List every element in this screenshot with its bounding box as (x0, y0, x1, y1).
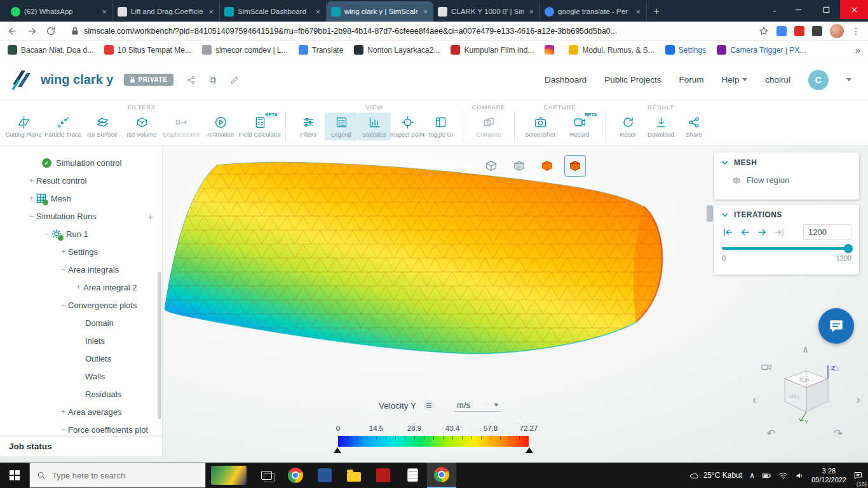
tree-item-result-control[interactable]: +Result control (0, 172, 162, 189)
tree-item-run-1[interactable]: −Run 1 (0, 225, 162, 243)
tab-wing-clark-y-active[interactable]: wing clark y | SimScale × (327, 1, 433, 22)
bookmark-star-icon[interactable] (759, 26, 769, 36)
tree-item-area-averages[interactable]: +Area averages (0, 403, 162, 421)
tab-clark-y[interactable]: CLARK Y 1000 0' | Sim × (433, 1, 540, 22)
search-input[interactable] (52, 471, 198, 480)
step-forward-icon[interactable] (756, 226, 768, 238)
edit-project-icon[interactable] (229, 75, 240, 85)
expander-icon[interactable]: − (58, 301, 68, 309)
browser-profile-avatar[interactable] (830, 24, 844, 38)
tree-item-force-coefficients-plot[interactable]: −Force coefficients plot (0, 421, 162, 436)
share-button[interactable]: Share (677, 112, 710, 140)
battery-icon[interactable] (762, 471, 771, 480)
skip-to-start-icon[interactable] (722, 226, 734, 238)
taskbar-chrome-button[interactable] (281, 463, 310, 488)
url-field[interactable]: simscale.com/workbench/?pid=841051409759… (65, 25, 750, 37)
tray-expand-icon[interactable]: ∧ (749, 471, 755, 480)
bookmark-item[interactable]: simecor comdev | L... (202, 45, 288, 55)
projection-toggle-icon[interactable] (761, 363, 771, 371)
tree-item-simulation-control[interactable]: ✓Simulation control (0, 154, 162, 172)
taskbar-app-button[interactable] (369, 463, 398, 488)
record-button[interactable]: BETARecord (560, 112, 599, 140)
iso-volume-button[interactable]: Iso Volume (122, 112, 161, 140)
task-view-button[interactable] (252, 463, 281, 488)
tree-item-residuals[interactable]: Residuals (0, 385, 162, 403)
user-avatar[interactable]: C (808, 70, 829, 90)
tree-item-mesh[interactable]: +Mesh (0, 189, 162, 207)
nav-username[interactable]: choirul (765, 75, 790, 85)
tree-item-area-integrals[interactable]: −Area integrals (0, 261, 162, 278)
tree-item-walls[interactable]: Walls (0, 367, 162, 385)
tab-simscale-dashboard[interactable]: SimScale Dashboard × (220, 1, 327, 22)
orbit-left-icon[interactable]: ‹ (752, 393, 757, 405)
taskbar-document-button[interactable] (398, 463, 427, 488)
bookmark-item[interactable]: Modul, Rumus, & S... (569, 45, 654, 55)
tab-lift-drag[interactable]: Lift and Drag Coefficie × (113, 1, 220, 22)
expander-icon[interactable]: + (58, 407, 68, 416)
action-center-icon[interactable] (853, 471, 863, 480)
expander-icon[interactable]: + (27, 194, 36, 203)
bookmark-item-instagram[interactable] (545, 45, 558, 55)
view-wireframe-button[interactable] (480, 155, 502, 177)
step-back-icon[interactable] (739, 226, 751, 238)
taskbar-clock[interactable]: 3:28 09/12/2022 (811, 466, 846, 485)
download-button[interactable]: Download (644, 112, 677, 140)
job-status-bar[interactable]: Job status (0, 436, 162, 456)
orbit-right-icon[interactable]: › (856, 393, 860, 405)
panel-resize-handle[interactable] (707, 205, 713, 222)
bookmark-item[interactable]: 10 Situs Tempat Me... (104, 45, 191, 55)
nav-help[interactable]: Help (721, 75, 747, 85)
window-close-button[interactable] (840, 0, 868, 19)
animation-button[interactable]: Animation (201, 112, 240, 140)
share-project-icon[interactable] (186, 75, 196, 85)
mesh-panel-header[interactable]: MESH (714, 152, 859, 171)
bookmarks-overflow-icon[interactable]: » (855, 44, 860, 55)
tree-item-simulation-runs[interactable]: −Simulation Runs+ (0, 207, 162, 225)
expander-icon[interactable]: + (74, 283, 83, 292)
inspect-point-button[interactable]: Inspect point (391, 112, 424, 140)
tree-item-inlets[interactable]: Inlets (0, 332, 162, 349)
weather-widget[interactable]: 25°C Kabut (689, 471, 743, 480)
bookmark-item[interactable]: Camera Trigger | PX... (717, 45, 806, 55)
expander-icon[interactable]: + (27, 176, 36, 185)
news-widget-thumbnail[interactable] (211, 466, 247, 485)
field-calculator-button[interactable]: BETAField Calculator (240, 112, 280, 140)
taskbar-chrome-active-button[interactable] (427, 463, 456, 488)
particle-trace-button[interactable]: Particle Trace (43, 112, 83, 140)
legend-button[interactable]: Legend (325, 112, 358, 140)
tree-item-outlets[interactable]: Outlets (0, 349, 162, 367)
tab-close-icon[interactable]: × (100, 7, 108, 17)
bookmark-item-settings[interactable]: Settings (665, 45, 706, 55)
wifi-icon[interactable] (778, 471, 788, 480)
statistics-button[interactable]: Statistics (358, 112, 391, 140)
taskbar-word-button[interactable] (310, 463, 339, 488)
chevron-down-icon[interactable] (846, 78, 851, 81)
toggle-ui-button[interactable]: Toggle UI (424, 112, 457, 140)
window-minimize-button[interactable] (784, 0, 812, 19)
forward-icon[interactable] (27, 26, 37, 36)
tab-close-icon[interactable]: × (527, 7, 535, 17)
expander-icon[interactable]: − (58, 265, 68, 274)
nav-dashboard[interactable]: Dashboard (545, 75, 587, 85)
bookmark-item[interactable]: Bacaan Niat, Doa d... (8, 45, 93, 55)
volume-icon[interactable] (795, 471, 804, 480)
tab-close-icon[interactable]: × (207, 7, 215, 17)
extension-icon[interactable] (794, 26, 804, 36)
bookmark-item[interactable]: Kumpulan Film Ind... (451, 45, 534, 55)
reset-button[interactable]: Reset (611, 112, 644, 140)
iteration-value-input[interactable] (803, 224, 851, 240)
tab-close-icon[interactable]: × (314, 7, 322, 17)
slider-knob[interactable] (844, 244, 853, 253)
tab-google-translate[interactable]: google translate - Per × (540, 1, 647, 22)
tab-whatsapp[interactable]: (62) WhatsApp × (6, 1, 113, 22)
iteration-slider[interactable] (714, 240, 859, 250)
add-run-icon[interactable]: + (147, 211, 153, 222)
tab-close-icon[interactable]: × (634, 7, 642, 17)
tree-item-domain[interactable]: Domain (0, 314, 162, 332)
start-button[interactable] (0, 463, 29, 488)
cutting-plane-button[interactable]: Cutting Plane (4, 112, 43, 140)
support-chat-button[interactable] (818, 308, 854, 344)
extension-icon[interactable] (812, 26, 822, 36)
tab-close-icon[interactable]: × (421, 7, 429, 17)
field-settings-icon[interactable] (424, 400, 434, 410)
